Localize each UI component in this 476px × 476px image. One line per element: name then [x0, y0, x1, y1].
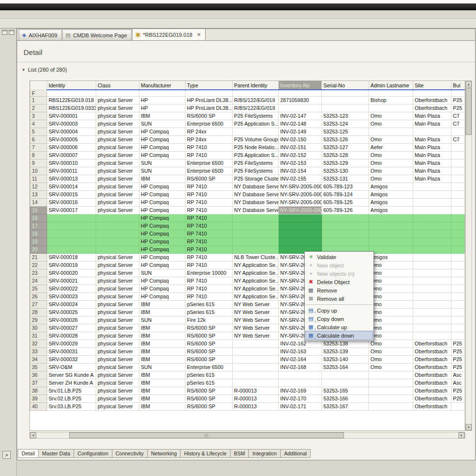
- table-row[interactable]: 38Srv.01.LB.P25physical ServerIBMRS/6000…: [30, 387, 466, 395]
- table-cell[interactable]: [451, 206, 466, 214]
- table-row[interactable]: 24SRV-000021physical ServerHP CompaqRP 7…: [30, 277, 466, 285]
- table-cell[interactable]: physical Server: [96, 206, 139, 214]
- table-row[interactable]: 31SRV-000028physical ServerIBMRS/6000 SP…: [30, 332, 466, 340]
- table-cell[interactable]: Oberforstbach: [413, 104, 451, 112]
- table-cell[interactable]: Oberforstbach: [413, 355, 451, 363]
- scroll-left-icon[interactable]: ◄: [30, 432, 36, 438]
- table-cell[interactable]: HP Compaq: [139, 253, 185, 261]
- table-cell[interactable]: Amigos: [369, 253, 413, 261]
- horizontal-scrollbar[interactable]: ◄ ►: [29, 432, 465, 439]
- row-number[interactable]: 37: [30, 379, 47, 387]
- table-cell[interactable]: IBM: [139, 175, 185, 183]
- table-cell[interactable]: HP Compaq: [139, 214, 185, 222]
- table-cell[interactable]: Amigos: [369, 206, 413, 214]
- table-cell[interactable]: [413, 285, 451, 292]
- table-cell[interactable]: HP Compaq: [139, 151, 185, 159]
- table-cell[interactable]: [413, 222, 451, 230]
- table-cell[interactable]: SRV-000027: [47, 324, 96, 332]
- table-cell[interactable]: RBS122EG019.018: [47, 96, 96, 104]
- table-cell[interactable]: HP Compaq: [139, 285, 185, 292]
- table-cell[interactable]: INV-02-163: [279, 347, 322, 355]
- table-cell[interactable]: NY-SRV-2005-0002: [279, 190, 322, 198]
- table-cell[interactable]: [413, 128, 451, 135]
- table-cell[interactable]: RP 7410: [185, 190, 233, 198]
- table-cell[interactable]: IBM: [139, 402, 185, 410]
- table-cell[interactable]: SUN: [139, 316, 185, 324]
- menu-item-remove-all[interactable]: ⊠Remove all: [306, 294, 372, 303]
- filter-cell[interactable]: [413, 90, 451, 96]
- table-cell[interactable]: Omo: [369, 261, 413, 269]
- table-cell[interactable]: [451, 167, 466, 175]
- table-cell[interactable]: [451, 253, 466, 261]
- table-cell[interactable]: Main Plaza: [413, 120, 451, 128]
- table-cell[interactable]: physical Server: [96, 151, 139, 159]
- table-cell[interactable]: Omo: [369, 159, 413, 167]
- row-number[interactable]: 31: [30, 332, 47, 340]
- table-cell[interactable]: physical Server: [96, 167, 139, 175]
- table-cell[interactable]: IBM: [139, 355, 185, 363]
- table-cell[interactable]: physical Server: [96, 379, 139, 387]
- table-cell[interactable]: Omo: [369, 135, 413, 143]
- row-number[interactable]: 20: [30, 245, 47, 253]
- table-cell[interactable]: Oberforstbach: [413, 371, 451, 379]
- table-cell[interactable]: NY-SRV-2005-0003: [279, 198, 322, 206]
- table-cell[interactable]: [413, 332, 451, 340]
- table-cell[interactable]: SRV-000013: [47, 175, 96, 183]
- table-cell[interactable]: [369, 402, 413, 410]
- table-cell[interactable]: [451, 245, 466, 253]
- table-cell[interactable]: SRV-000023: [47, 292, 96, 300]
- table-cell[interactable]: [96, 238, 139, 245]
- table-cell[interactable]: SRV-000020: [47, 269, 96, 277]
- table-cell[interactable]: [451, 214, 466, 222]
- table-cell[interactable]: [451, 230, 466, 238]
- table-cell[interactable]: P25 Application S...: [233, 151, 279, 159]
- table-cell[interactable]: RP 7410: [185, 292, 233, 300]
- table-cell[interactable]: [413, 183, 451, 190]
- table-row[interactable]: 14SRV-000016physical ServerHP CompaqRP 7…: [30, 198, 466, 206]
- scroll-down-icon[interactable]: ▼: [466, 424, 472, 430]
- table-cell[interactable]: IBM: [139, 371, 185, 379]
- row-number[interactable]: 3: [30, 112, 47, 120]
- table-row[interactable]: 7SRV-000006physical ServerHP CompaqRP 74…: [30, 143, 466, 151]
- table-cell[interactable]: physical Server: [96, 340, 139, 347]
- row-number[interactable]: 25: [30, 285, 47, 292]
- table-cell[interactable]: Omo: [369, 120, 413, 128]
- row-number[interactable]: 19: [30, 238, 47, 245]
- table-cell[interactable]: RP 7410: [185, 230, 233, 238]
- table-cell[interactable]: HP Compaq: [139, 190, 185, 198]
- row-number[interactable]: 32: [30, 340, 47, 347]
- table-row[interactable]: 25SRV-000022physical ServerHP CompaqRP 7…: [30, 285, 466, 292]
- table-cell[interactable]: IBM: [139, 340, 185, 347]
- table-cell[interactable]: Omo: [369, 347, 413, 355]
- table-cell[interactable]: [233, 214, 279, 222]
- row-number[interactable]: 34: [30, 355, 47, 363]
- table-cell[interactable]: Omo: [369, 340, 413, 347]
- column-header-type[interactable]: Type: [185, 81, 233, 90]
- table-cell[interactable]: NY Database Server: [233, 183, 279, 190]
- table-cell[interactable]: RP 7410: [185, 222, 233, 230]
- table-row[interactable]: 3SRV-000001physical ServerIBMRS/6000 SPP…: [30, 112, 466, 120]
- table-cell[interactable]: [233, 371, 279, 379]
- table-row[interactable]: 18HP CompaqRP 7410: [30, 230, 466, 238]
- table-cell[interactable]: [369, 214, 413, 222]
- table-cell[interactable]: [451, 285, 466, 292]
- table-cell[interactable]: [451, 332, 466, 340]
- table-cell[interactable]: RP 7410: [185, 206, 233, 214]
- table-cell[interactable]: [451, 222, 466, 230]
- table-cell[interactable]: SRV-000019: [47, 261, 96, 269]
- table-row[interactable]: 36Server SG Kunde Aphysical ServerIBMpSe…: [30, 371, 466, 379]
- column-header-bui[interactable]: Bui: [451, 81, 466, 90]
- table-row[interactable]: 34SRV-000032physical ServerIBMRS/6000 SP…: [30, 355, 466, 363]
- table-cell[interactable]: INV-02-170: [279, 395, 322, 402]
- table-row[interactable]: 26SRV-000023physical ServerHP CompaqRP 7…: [30, 292, 466, 300]
- table-cell[interactable]: NY Application Se...: [233, 292, 279, 300]
- editor-tab-cmdb-welcome-page[interactable]: ▤CMDB Welcome Page: [62, 29, 132, 40]
- table-cell[interactable]: Fire 12k: [185, 316, 233, 324]
- table-cell[interactable]: [413, 190, 451, 198]
- table-cell[interactable]: [96, 230, 139, 238]
- table-cell[interactable]: [451, 308, 466, 316]
- table-cell[interactable]: [233, 363, 279, 371]
- table-cell[interactable]: HP Compaq: [139, 245, 185, 253]
- bottom-tab-master-data[interactable]: Master Data: [38, 449, 74, 458]
- filter-cell[interactable]: [185, 90, 233, 96]
